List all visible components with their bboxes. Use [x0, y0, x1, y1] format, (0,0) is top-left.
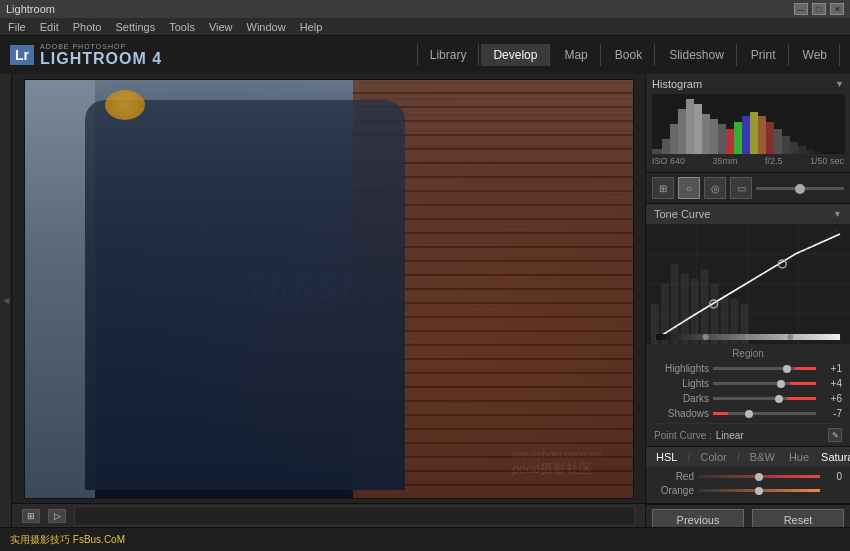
tab-map[interactable]: Map — [552, 44, 600, 66]
left-panel: ◀ — [0, 74, 12, 527]
histogram-info: ISO 640 35mm f/2.5 1/50 sec — [652, 154, 844, 168]
tab-print[interactable]: Print — [739, 44, 789, 66]
tab-slideshow[interactable]: Slideshow — [657, 44, 737, 66]
tool-icons-row: ⊞ ○ ◎ ▭ — [646, 173, 850, 204]
aperture-info: f/2.5 — [765, 156, 783, 166]
hsl-subtab-hue[interactable]: Hue — [785, 450, 813, 464]
hsl-red-value: 0 — [824, 471, 842, 482]
tab-web[interactable]: Web — [791, 44, 840, 66]
tone-curve-title: Tone Curve — [654, 208, 710, 220]
nav-bar: Lr ADOBE PHOTOSHOP LIGHTROOM 4 Library D… — [0, 36, 850, 74]
hsl-orange-row: Orange — [654, 485, 842, 496]
svg-rect-14 — [766, 122, 774, 154]
shadows-label: Shadows — [654, 408, 709, 419]
tone-curve-collapse-icon: ▼ — [833, 209, 842, 219]
menu-photo[interactable]: Photo — [73, 21, 102, 33]
menu-file[interactable]: File — [8, 21, 26, 33]
filmstrip-bar — [74, 506, 635, 526]
hsl-content: Red 0 Orange — [646, 467, 850, 503]
darks-value: +6 — [820, 393, 842, 404]
menu-window[interactable]: Window — [247, 21, 286, 33]
menu-settings[interactable]: Settings — [115, 21, 155, 33]
svg-point-45 — [703, 334, 709, 340]
spot-removal-tool[interactable]: ○ — [678, 177, 700, 199]
svg-rect-34 — [681, 274, 689, 344]
svg-rect-11 — [742, 116, 750, 154]
histogram-section: Histogram ▼ — [646, 74, 850, 173]
lights-slider[interactable] — [713, 382, 816, 385]
point-curve-edit-button[interactable]: ✎ — [828, 428, 842, 442]
tool-slider[interactable] — [756, 187, 844, 190]
histogram-title: Histogram — [652, 78, 702, 90]
svg-rect-3 — [678, 109, 686, 154]
svg-rect-22 — [830, 152, 838, 154]
lights-label: Lights — [654, 378, 709, 389]
compare-button[interactable]: ▷ — [48, 509, 66, 523]
hsl-subtab-saturation[interactable]: Saturation — [817, 450, 850, 464]
svg-rect-13 — [758, 116, 766, 154]
tone-curve-graph — [646, 224, 850, 344]
svg-rect-10 — [734, 122, 742, 154]
svg-rect-9 — [726, 129, 734, 154]
menu-help[interactable]: Help — [300, 21, 323, 33]
close-button[interactable]: ✕ — [830, 3, 844, 15]
app-name-label: LIGHTROOM 4 — [40, 50, 162, 68]
shadows-slider[interactable] — [713, 412, 816, 415]
red-eye-tool[interactable]: ◎ — [704, 177, 726, 199]
crop-tool[interactable]: ⊞ — [652, 177, 674, 199]
svg-rect-19 — [806, 149, 814, 154]
svg-rect-15 — [774, 129, 782, 154]
highlights-row: Highlights +1 — [654, 363, 842, 374]
shadows-value: -7 — [820, 408, 842, 419]
hsl-tab-color[interactable]: Color — [696, 450, 730, 464]
graduated-filter-tool[interactable]: ▭ — [730, 177, 752, 199]
title-bar: Lightroom — □ ✕ — [0, 0, 850, 18]
status-text: 实用摄影技巧 FsBus.CoM — [10, 533, 125, 547]
lights-row: Lights +4 — [654, 378, 842, 389]
minimize-button[interactable]: — — [794, 3, 808, 15]
iso-info: ISO 640 — [652, 156, 685, 166]
svg-rect-6 — [702, 114, 710, 154]
highlights-slider[interactable] — [713, 367, 816, 370]
point-curve-value: Linear — [716, 430, 744, 441]
nav-tabs: Library Develop Map Book Slideshow Print… — [417, 44, 840, 66]
hsl-tabs: HSL / Color / B&W Hue Saturation Luminan… — [646, 447, 850, 467]
menu-edit[interactable]: Edit — [40, 21, 59, 33]
photo-canvas: 7665864 http://photo.poco.cn/ poco摄影社区 — [24, 79, 634, 499]
reset-button[interactable]: Reset — [752, 509, 844, 527]
svg-rect-2 — [670, 124, 678, 154]
menu-bar: File Edit Photo Settings Tools View Wind… — [0, 18, 850, 36]
maximize-button[interactable]: □ — [812, 3, 826, 15]
tab-library[interactable]: Library — [417, 44, 480, 66]
svg-rect-18 — [798, 146, 806, 154]
svg-point-46 — [745, 334, 751, 340]
hsl-red-row: Red 0 — [654, 471, 842, 482]
hsl-tab-hsl[interactable]: HSL — [652, 450, 681, 464]
hsl-red-slider[interactable] — [698, 475, 820, 478]
svg-rect-23 — [838, 153, 845, 154]
menu-view[interactable]: View — [209, 21, 233, 33]
tab-book[interactable]: Book — [603, 44, 655, 66]
app-title: Lightroom — [6, 3, 55, 15]
main-content: ◀ 7665864 http://photo.poco.cn/ poco摄影社区 — [0, 74, 850, 527]
svg-rect-0 — [652, 149, 662, 154]
tone-curve-header[interactable]: Tone Curve ▼ — [646, 204, 850, 224]
hsl-section: HSL / Color / B&W Hue Saturation Luminan… — [646, 447, 850, 504]
lr-logo-text: ADOBE PHOTOSHOP LIGHTROOM 4 — [40, 43, 162, 68]
hsl-subtabs: Hue Saturation Luminance All — [785, 450, 850, 464]
view-mode-button[interactable]: ⊞ — [22, 509, 40, 523]
hsl-orange-slider[interactable] — [698, 489, 820, 492]
lr-logo: Lr ADOBE PHOTOSHOP LIGHTROOM 4 — [10, 43, 162, 68]
previous-button[interactable]: Previous — [652, 509, 744, 527]
hsl-tab-bw[interactable]: B&W — [746, 450, 779, 464]
tab-develop[interactable]: Develop — [481, 44, 550, 66]
histogram-collapse-icon[interactable]: ▼ — [835, 79, 844, 89]
hsl-orange-label: Orange — [654, 485, 694, 496]
highlights-value: +1 — [820, 363, 842, 374]
right-panel: Histogram ▼ — [645, 74, 850, 527]
panel-bottom-buttons: Previous Reset — [646, 504, 850, 527]
menu-tools[interactable]: Tools — [169, 21, 195, 33]
histogram-header: Histogram ▼ — [652, 78, 844, 90]
svg-rect-33 — [671, 264, 679, 344]
darks-slider[interactable] — [713, 397, 816, 400]
